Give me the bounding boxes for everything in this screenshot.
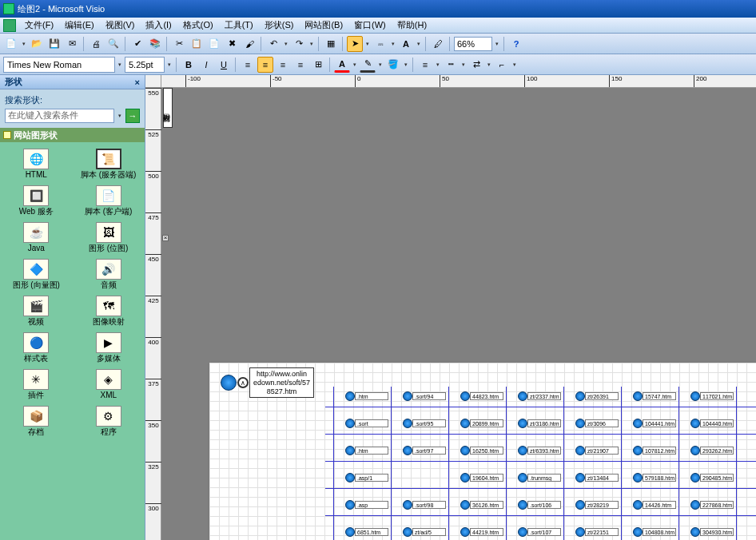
sitemap-node[interactable]: 104440.htm bbox=[690, 419, 734, 428]
sitemap-node[interactable]: .sort/94 bbox=[403, 391, 446, 401]
sitemap-node[interactable]: .sort/107 bbox=[518, 527, 561, 537]
close-icon[interactable]: × bbox=[135, 77, 140, 87]
sitemap-node[interactable]: .asp bbox=[345, 500, 388, 510]
shape-插件[interactable]: ✳插件 bbox=[0, 367, 73, 401]
spell-button[interactable]: ✔ bbox=[129, 36, 145, 52]
shape-多媒体[interactable]: ▶多媒体 bbox=[73, 331, 145, 364]
undo-button[interactable]: ↶ bbox=[265, 36, 281, 52]
menu-网站图[interactable]: 网站图(B) bbox=[299, 18, 348, 33]
sitemap-node[interactable]: .sort/106 bbox=[518, 500, 561, 510]
line-weight-button[interactable]: ≡ bbox=[417, 57, 433, 73]
shape-Web 服务[interactable]: 🔲Web 服务 bbox=[0, 184, 73, 217]
fontsize-select[interactable]: 5.25pt bbox=[125, 57, 165, 73]
mail-button[interactable]: ✉ bbox=[64, 36, 80, 52]
sitemap-node[interactable]: .sort/95 bbox=[403, 419, 446, 428]
sitemap-node[interactable]: .htm bbox=[345, 446, 388, 455]
format-painter-button[interactable]: 🖌 bbox=[241, 36, 257, 52]
menu-文件[interactable]: 文件(F) bbox=[19, 18, 59, 33]
shape-图像映射[interactable]: 🗺图像映射 bbox=[73, 294, 145, 328]
menu-插入[interactable]: 插入(I) bbox=[140, 18, 177, 33]
drawing-page[interactable]: ∧ http://www.onlinedown.net/soft/578527.… bbox=[209, 363, 756, 540]
cut-button[interactable]: ✂ bbox=[171, 36, 187, 52]
sitemap-node[interactable]: 44823.htm bbox=[460, 391, 503, 401]
research-button[interactable]: 📚 bbox=[147, 36, 163, 52]
sitemap-node[interactable]: 19604.htm bbox=[460, 473, 503, 482]
align-left-button[interactable]: ≡ bbox=[240, 57, 256, 73]
sitemap-node[interactable]: zt/ad/5 bbox=[403, 527, 446, 537]
sitemap-node[interactable]: 44219.htm bbox=[460, 527, 503, 537]
text-tool[interactable]: A bbox=[398, 36, 414, 52]
sitemap-node[interactable]: 15747.htm bbox=[633, 391, 676, 401]
menu-窗口[interactable]: 窗口(W) bbox=[348, 18, 392, 33]
bold-button[interactable]: B bbox=[181, 57, 197, 73]
shape-样式表[interactable]: 🔵样式表 bbox=[0, 331, 73, 364]
sitemap-node[interactable]: zt/13484 bbox=[575, 473, 619, 482]
sitemap-node[interactable]: 293262.htm bbox=[690, 446, 734, 455]
shapes-button[interactable]: ▦ bbox=[323, 36, 339, 52]
sitemap-node[interactable]: 290485.htm bbox=[690, 473, 734, 482]
sitemap-node[interactable]: zt/21907 bbox=[575, 446, 619, 455]
shape-图形 (向量图)[interactable]: 🔷图形 (向量图) bbox=[0, 257, 73, 291]
preview-button[interactable]: 🔍 bbox=[105, 36, 121, 52]
fill-color-button[interactable]: 🪣 bbox=[385, 57, 401, 73]
search-dropdown[interactable]: ▾ bbox=[117, 109, 123, 123]
menu-编辑[interactable]: 编辑(E) bbox=[59, 18, 100, 33]
sitemap-node[interactable]: .sort bbox=[345, 419, 388, 428]
collapse-handle[interactable]: × bbox=[162, 235, 169, 241]
print-button[interactable]: 🖨 bbox=[88, 36, 104, 52]
sitemap-node[interactable]: 6851.htm bbox=[345, 527, 388, 537]
canvas[interactable]: -100-50050100150200250 55052550047545042… bbox=[145, 75, 756, 540]
shape-脚本 (服务器端)[interactable]: 📜脚本 (服务器端) bbox=[73, 147, 145, 181]
search-input[interactable]: 在此键入搜索条件 bbox=[5, 109, 114, 123]
sitemap-node[interactable]: .htm bbox=[345, 391, 388, 401]
line-pattern-button[interactable]: ┅ bbox=[443, 57, 459, 73]
menu-格式[interactable]: 格式(O) bbox=[177, 18, 219, 33]
sitemap-node[interactable]: .trunmsg bbox=[518, 473, 561, 482]
font-select[interactable]: Times New Roman bbox=[3, 57, 115, 73]
sitemap-node[interactable]: 36126.htm bbox=[460, 500, 503, 510]
zoom-input[interactable]: 66% bbox=[454, 37, 492, 51]
open-button[interactable]: 📂 bbox=[29, 36, 45, 52]
redo-button[interactable]: ↷ bbox=[291, 36, 307, 52]
sitemap-node[interactable]: 117021.htm bbox=[690, 391, 734, 401]
shape-程序[interactable]: ⚙程序 bbox=[73, 404, 145, 438]
copy-button[interactable]: 📋 bbox=[189, 36, 205, 52]
shape-XML[interactable]: ◈XML bbox=[73, 367, 145, 401]
align-justify-button[interactable]: ≡ bbox=[292, 57, 308, 73]
shape-视频[interactable]: 🎬视频 bbox=[0, 294, 73, 328]
shape-存档[interactable]: 📦存档 bbox=[0, 404, 73, 438]
shape-Java[interactable]: ☕Java bbox=[0, 220, 73, 254]
new-button[interactable]: 📄 bbox=[3, 36, 19, 52]
ink-tool[interactable]: 🖊 bbox=[430, 36, 446, 52]
sitemap-node[interactable]: zt/6393.htm bbox=[518, 446, 561, 455]
shape-图形 (位图)[interactable]: 🖼图形 (位图) bbox=[73, 220, 145, 254]
sitemap-node[interactable]: zt/26391 bbox=[575, 391, 619, 401]
italic-button[interactable]: I bbox=[198, 57, 214, 73]
shape-HTML[interactable]: 🌐HTML bbox=[0, 147, 73, 181]
align-center-button[interactable]: ≡ bbox=[257, 57, 273, 73]
shape-音频[interactable]: 🔊音频 bbox=[73, 257, 145, 291]
sitemap-node[interactable]: 107812.htm bbox=[633, 446, 676, 455]
align-right-button[interactable]: ≡ bbox=[275, 57, 291, 73]
connector-tool[interactable]: ⎓ bbox=[372, 36, 388, 52]
menu-工具[interactable]: 工具(T) bbox=[219, 18, 259, 33]
stencil-header[interactable]: 网站图形状 bbox=[0, 128, 145, 142]
sitemap-node[interactable]: .asp/1 bbox=[345, 473, 388, 482]
shape-脚本 (客户端)[interactable]: 📄脚本 (客户端) bbox=[73, 184, 145, 217]
expand-icon[interactable]: ∧ bbox=[237, 377, 249, 388]
sitemap-node[interactable]: 579188.htm bbox=[633, 473, 676, 482]
sitemap-node[interactable]: zt/3096 bbox=[575, 419, 619, 428]
menu-视图[interactable]: 视图(V) bbox=[100, 18, 141, 33]
sitemap-node[interactable]: 104808.htm bbox=[633, 527, 676, 537]
sitemap-node[interactable]: zt/22151 bbox=[575, 527, 619, 537]
sitemap-node[interactable]: .sort/98 bbox=[403, 500, 446, 510]
search-go-button[interactable]: → bbox=[125, 109, 140, 123]
delete-button[interactable]: ✖ bbox=[224, 36, 240, 52]
layout-panel-tab[interactable]: 列表窗口 bbox=[163, 88, 173, 128]
corner-button[interactable]: ⌐ bbox=[494, 57, 510, 73]
line-ends-button[interactable]: ⇄ bbox=[468, 57, 484, 73]
sitemap-node[interactable]: zt/28219 bbox=[575, 500, 619, 510]
sitemap-node[interactable]: .sort/97 bbox=[403, 446, 446, 455]
sitemap-node[interactable]: 227868.htm bbox=[690, 500, 734, 510]
sitemap-node[interactable]: 104441.htm bbox=[633, 419, 676, 428]
